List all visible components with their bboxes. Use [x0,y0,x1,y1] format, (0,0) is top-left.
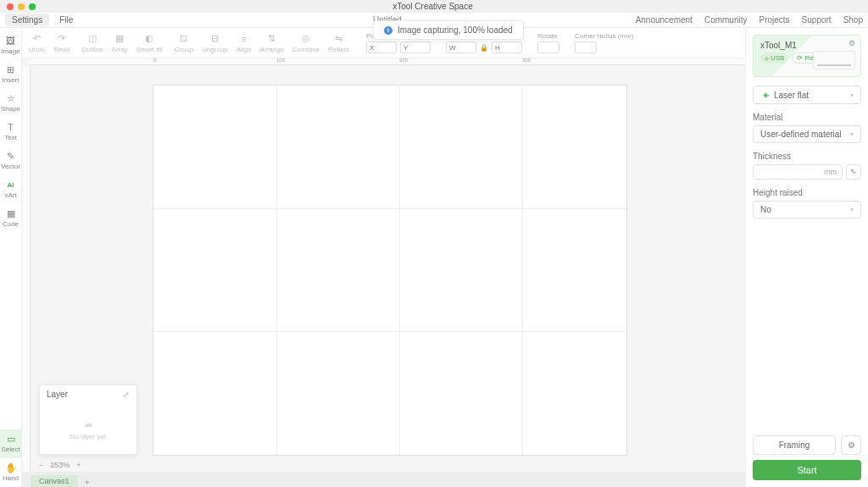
lock-icon[interactable]: 🔒 [480,44,488,52]
tool-xart[interactable]: AIxArt [0,175,21,204]
undo-icon: ↶ [31,33,43,45]
nav-projects[interactable]: Projects [759,15,789,25]
right-panel: ⚙ xTool_M1 ⏚USB ⟳Refresh ◈Laser flat ▾ M… [745,28,868,487]
reflect-icon: ⇋ [333,33,345,45]
refresh-icon: ⟳ [797,54,803,62]
select-icon: ▭ [5,433,17,445]
ungroup-icon: ⊟ [209,33,220,45]
ungroup-button[interactable]: ⊟Ungroup [202,33,228,53]
chevron-down-icon: ▾ [850,130,854,138]
chevron-down-icon: ▾ [850,91,854,99]
tool-insert[interactable]: ⊞Insert [0,60,21,89]
zoom-controls: − 253% + [37,460,83,470]
height-dropdown[interactable]: No ▾ [753,201,861,219]
thickness-input[interactable]: mm [753,164,843,180]
height-label: Height raised [753,188,861,197]
zoom-value: 253% [50,461,70,469]
rotate-input[interactable] [537,42,559,53]
outline-icon: ◫ [86,33,98,45]
canvas-tabs: Canvas1 + [22,472,745,487]
device-card: ⚙ xTool_M1 ⏚USB ⟳Refresh [753,35,861,77]
hand-icon: ✋ [5,462,17,473]
smartfill-button[interactable]: ◐Smart fill [136,33,163,53]
pos-x-input[interactable] [366,42,397,53]
group-button[interactable]: ⊡Group [175,33,193,53]
rotate-label: Rotate [537,32,559,40]
redo-button[interactable]: ↷Redo [53,33,70,53]
corner-label: Corner radius (mm) [575,32,633,40]
menu-settings[interactable]: Settings [5,14,49,26]
pos-y-input[interactable] [400,42,431,53]
insert-icon: ⊞ [5,64,17,75]
thickness-label: Thickness [753,152,861,161]
layers-empty-icon: ☁ [83,418,93,429]
zoom-out[interactable]: − [37,461,45,469]
gear-icon[interactable]: ⚙ [849,39,855,47]
array-button[interactable]: ▦Array [112,33,128,53]
shape-icon: ☆ [5,92,17,104]
tool-vector[interactable]: ✎Vector [0,147,21,175]
tab-canvas1[interactable]: Canvas1 [31,475,78,487]
nav-announcement[interactable]: Announcement [636,15,693,25]
artboard[interactable] [153,86,626,455]
toast: i Image capturing, 100% loaded [373,20,524,40]
vector-icon: ✎ [5,150,17,162]
tool-hand[interactable]: ✋Hand [0,458,21,487]
mac-minimize[interactable] [18,3,25,10]
group-icon: ⊡ [178,33,190,45]
app-title: xTool Creative Space [40,2,826,11]
code-icon: ▦ [5,208,17,219]
canvas-area[interactable]: 0 100 200 300 Layer⤢ ☁ No laye [22,58,745,487]
size-w-input[interactable] [446,42,476,53]
undo-button[interactable]: ↶Undo [29,33,45,53]
expand-icon[interactable]: ⤢ [123,390,130,399]
zoom-in[interactable]: + [75,461,82,469]
tool-shape[interactable]: ☆Shape [0,89,21,118]
smartfill-icon: ◐ [143,33,155,45]
mode-dropdown[interactable]: ◈Laser flat ▾ [753,86,861,104]
layer-title: Layer [47,390,68,399]
nav-community[interactable]: Community [704,15,748,25]
tool-text[interactable]: TText [0,118,21,147]
corner-input[interactable] [575,42,597,53]
align-button[interactable]: ≡Align [236,33,252,53]
combine-icon: ◎ [300,33,312,45]
device-name: xTool_M1 [760,41,854,50]
pencil-icon: ✎ [850,168,857,176]
xart-icon: AI [5,179,17,191]
usb-icon: ⏚ [765,54,769,62]
framing-button[interactable]: Framing [753,435,836,455]
menu-file[interactable]: File [53,14,80,26]
image-icon: 🖼 [5,35,17,47]
tool-code[interactable]: ▦Code [0,204,21,233]
add-tab[interactable]: + [80,477,95,487]
outline-button[interactable]: ◫Outline [81,33,103,53]
device-image [813,51,855,69]
layer-panel: Layer⤢ ☁ No layer yet [39,385,137,455]
nav-support[interactable]: Support [802,15,832,25]
measure-button[interactable]: ✎ [846,164,861,180]
tool-select[interactable]: ▭Select [0,429,21,458]
material-dropdown[interactable]: User-defined material ▾ [753,125,861,143]
laser-icon: ◈ [760,90,771,100]
arrange-button[interactable]: ⇅Arrange [260,33,284,53]
info-icon: i [384,26,392,35]
align-icon: ≡ [238,33,250,45]
array-icon: ▦ [114,33,125,45]
left-toolbox: 🖼Image ⊞Insert ☆Shape TText ✎Vector AIxA… [0,28,22,487]
nav-shop[interactable]: Shop [843,15,863,25]
mac-zoom[interactable] [29,3,36,10]
tool-image[interactable]: 🖼Image [0,31,21,60]
arrange-icon: ⇅ [266,33,278,45]
ruler-horizontal: 0 100 200 300 [31,58,745,65]
redo-icon: ↷ [56,33,68,45]
text-icon: T [5,121,17,133]
mac-close[interactable] [7,3,14,10]
size-h-input[interactable] [492,42,522,53]
reflect-button[interactable]: ⇋Reflect [328,33,349,53]
start-button[interactable]: Start [753,460,861,480]
combine-button[interactable]: ◎Combine [292,33,320,53]
layer-empty: No layer yet [70,433,107,440]
settings-button[interactable]: ⚙ [841,435,861,455]
usb-chip: ⏚USB [760,53,788,64]
